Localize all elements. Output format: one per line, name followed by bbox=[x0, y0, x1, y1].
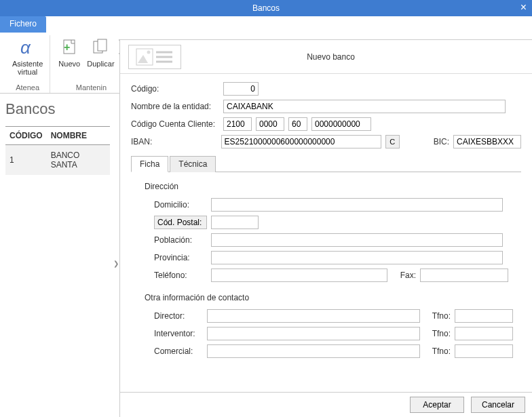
label-comercial: Comercial: bbox=[154, 346, 203, 356]
section-direccion: Dirección bbox=[145, 182, 513, 191]
input-ccc-cuenta[interactable] bbox=[311, 117, 371, 131]
input-domicilio[interactable] bbox=[211, 198, 503, 212]
cancelar-button[interactable]: Cancelar bbox=[471, 397, 525, 413]
svg-text:+: + bbox=[64, 41, 70, 53]
banks-table: CÓDIGO NOMBRE 1 BANCO SANTA bbox=[5, 126, 110, 175]
label-director: Director: bbox=[154, 311, 203, 321]
input-comercial[interactable] bbox=[207, 344, 420, 358]
label-domicilio: Domicilio: bbox=[154, 200, 207, 210]
close-icon[interactable]: × bbox=[520, 1, 527, 14]
ribbon-tabs: Fichero bbox=[0, 16, 532, 33]
label-poblacion: Población: bbox=[154, 235, 207, 245]
input-director-tfno[interactable] bbox=[455, 309, 513, 323]
group-label-mant: Mantenin bbox=[76, 83, 107, 93]
label-telefono: Teléfono: bbox=[154, 271, 207, 280]
group-label-atenea: Atenea bbox=[16, 83, 39, 93]
cod-postal-button[interactable]: Cód. Postal: bbox=[154, 216, 207, 229]
tab-fichero[interactable]: Fichero bbox=[0, 16, 46, 33]
calc-iban-button[interactable]: C bbox=[385, 135, 400, 148]
ribbon-group-atenea: α Asistente virtual Atenea bbox=[5, 35, 50, 93]
cell-nombre: BANCO SANTA bbox=[47, 145, 110, 176]
label-iban: IBAN: bbox=[131, 137, 217, 146]
dialog-header: Nuevo banco bbox=[120, 40, 532, 74]
input-fax[interactable] bbox=[420, 269, 508, 282]
input-bic[interactable] bbox=[453, 135, 521, 148]
asistente-button[interactable]: α Asistente virtual bbox=[10, 35, 45, 77]
new-document-icon: + bbox=[58, 37, 80, 58]
label-interventor-tfno: Tfno: bbox=[430, 329, 451, 338]
input-poblacion[interactable] bbox=[211, 233, 503, 247]
input-interventor[interactable] bbox=[207, 327, 420, 340]
label-bic: BIC: bbox=[423, 137, 449, 146]
label-nombre-entidad: Nombre de la entidad: bbox=[131, 102, 219, 111]
dialog-body: Código: Nombre de la entidad: Código Cue… bbox=[120, 74, 532, 392]
duplicate-icon bbox=[90, 37, 111, 58]
input-comercial-tfno[interactable] bbox=[455, 344, 513, 358]
input-codigo[interactable] bbox=[223, 82, 259, 96]
asistente-label: Asistente virtual bbox=[12, 60, 43, 76]
titlebar: Bancos × bbox=[0, 0, 532, 16]
alpha-icon: α bbox=[17, 37, 39, 58]
input-interventor-tfno[interactable] bbox=[455, 327, 513, 340]
input-ccc-oficina[interactable] bbox=[256, 117, 284, 131]
tab-tecnica[interactable]: Técnica bbox=[170, 156, 216, 172]
svg-rect-4 bbox=[98, 39, 107, 51]
table-row[interactable]: 1 BANCO SANTA bbox=[5, 145, 110, 176]
input-ccc-entidad[interactable] bbox=[223, 117, 252, 131]
col-nombre[interactable]: NOMBRE bbox=[47, 127, 110, 145]
aceptar-button[interactable]: Aceptar bbox=[410, 397, 464, 413]
label-interventor: Interventor: bbox=[154, 329, 203, 338]
input-nombre-entidad[interactable] bbox=[223, 100, 506, 113]
nuevo-label: Nuevo bbox=[58, 60, 80, 68]
duplicar-button[interactable]: Duplicar bbox=[84, 35, 117, 69]
label-fax: Fax: bbox=[396, 271, 416, 280]
svg-text:α: α bbox=[20, 37, 31, 58]
col-codigo[interactable]: CÓDIGO bbox=[5, 127, 47, 145]
new-bank-dialog: Nuevo banco Código: Nombre de la entidad… bbox=[119, 39, 532, 417]
label-director-tfno: Tfno: bbox=[430, 311, 451, 321]
page-title: Bancos bbox=[5, 100, 110, 118]
tabs: Ficha Técnica bbox=[131, 155, 521, 172]
section-contacto: Otra información de contacto bbox=[145, 293, 513, 302]
splitter-handle[interactable]: ❯ bbox=[113, 256, 119, 272]
window-title: Bancos bbox=[252, 3, 280, 13]
label-codigo: Código: bbox=[131, 84, 219, 94]
input-provincia[interactable] bbox=[211, 251, 503, 264]
label-comercial-tfno: Tfno: bbox=[430, 346, 451, 356]
left-pane: Bancos CÓDIGO NOMBRE 1 BANCO SANTA ❯ bbox=[0, 94, 115, 417]
svg-marker-7 bbox=[138, 55, 148, 63]
label-ccc: Código Cuenta Cliente: bbox=[131, 119, 219, 129]
label-provincia: Provincia: bbox=[154, 253, 207, 262]
dialog-title: Nuevo banco bbox=[192, 52, 524, 62]
tabpanel-ficha: Dirección Domicilio: Cód. Postal: Poblac… bbox=[131, 172, 521, 368]
nuevo-button[interactable]: + Nuevo bbox=[56, 35, 83, 69]
dialog-image-icon bbox=[128, 45, 181, 69]
input-director[interactable] bbox=[207, 309, 420, 323]
duplicar-label: Duplicar bbox=[87, 60, 114, 68]
input-telefono[interactable] bbox=[211, 269, 387, 282]
cell-codigo: 1 bbox=[5, 145, 47, 176]
input-ccc-dc[interactable] bbox=[288, 117, 307, 131]
svg-point-8 bbox=[147, 50, 151, 54]
input-cod-postal[interactable] bbox=[211, 216, 259, 229]
tab-ficha[interactable]: Ficha bbox=[131, 156, 168, 172]
dialog-footer: Aceptar Cancelar bbox=[120, 392, 532, 417]
input-iban[interactable] bbox=[221, 135, 381, 148]
